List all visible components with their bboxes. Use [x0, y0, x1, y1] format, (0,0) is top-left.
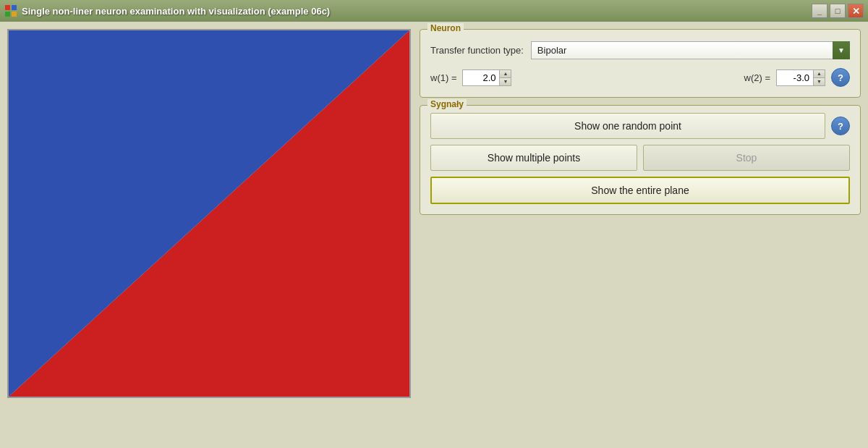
stop-button[interactable]: Stop [643, 145, 850, 171]
w1-decrement-button[interactable]: ▼ [499, 78, 511, 85]
show-entire-plane-row: Show the entire plane [430, 177, 850, 204]
app-icon [4, 4, 17, 17]
sygnaly-section-label: Sygnały [427, 99, 467, 109]
w1-input[interactable] [463, 70, 499, 85]
w2-input[interactable] [777, 70, 813, 85]
neuron-section: Neuron Transfer function type: Bipolar U… [420, 29, 861, 98]
neuron-help-button[interactable]: ? [831, 68, 850, 87]
transfer-function-select[interactable]: Bipolar Unipolar Linear [531, 41, 850, 59]
maximize-button[interactable]: □ [830, 4, 846, 18]
title-bar-left: Single non-liner neuron examination with… [4, 4, 330, 17]
neuron-section-label: Neuron [427, 23, 464, 33]
sygnaly-section: Sygnały Show one random point ? Show mul… [420, 105, 861, 215]
minimize-button[interactable]: _ [812, 4, 827, 18]
show-multiple-stop-row: Show multiple points Stop [430, 145, 850, 171]
w1-input-group: ▲ ▼ [462, 69, 511, 86]
show-entire-plane-button[interactable]: Show the entire plane [430, 177, 850, 204]
w2-input-group: ▲ ▼ [776, 69, 825, 86]
weight-row: w(1) = ▲ ▼ w(2) = ▲ ▼ [430, 68, 850, 87]
show-multiple-points-button[interactable]: Show multiple points [430, 145, 637, 171]
show-random-point-row: Show one random point ? [430, 113, 850, 139]
show-random-point-button[interactable]: Show one random point [430, 113, 825, 139]
window-content: Neuron Transfer function type: Bipolar U… [0, 22, 868, 448]
visualization-canvas [7, 29, 411, 398]
svg-rect-1 [12, 5, 17, 10]
title-bar: Single non-liner neuron examination with… [0, 0, 868, 22]
w1-increment-button[interactable]: ▲ [499, 70, 511, 78]
w2-label: w(2) = [744, 72, 770, 83]
w1-label: w(1) = [430, 72, 456, 83]
transfer-function-label: Transfer function type: [430, 45, 524, 56]
svg-rect-2 [5, 12, 10, 17]
svg-rect-0 [5, 5, 10, 10]
w2-decrement-button[interactable]: ▼ [813, 78, 825, 85]
right-panel: Neuron Transfer function type: Bipolar U… [420, 29, 861, 441]
window-controls: _ □ ✕ [812, 4, 864, 18]
w2-increment-button[interactable]: ▲ [813, 70, 825, 78]
window-title: Single non-liner neuron examination with… [22, 6, 330, 17]
w2-spinners: ▲ ▼ [813, 70, 825, 85]
svg-rect-3 [12, 12, 17, 17]
canvas-svg [9, 30, 409, 397]
random-point-help-button[interactable]: ? [831, 117, 850, 135]
transfer-function-row: Transfer function type: Bipolar Unipolar… [430, 41, 850, 59]
close-button[interactable]: ✕ [848, 4, 864, 18]
transfer-function-select-wrapper: Bipolar Unipolar Linear [531, 41, 850, 59]
w1-spinners: ▲ ▼ [499, 70, 511, 85]
